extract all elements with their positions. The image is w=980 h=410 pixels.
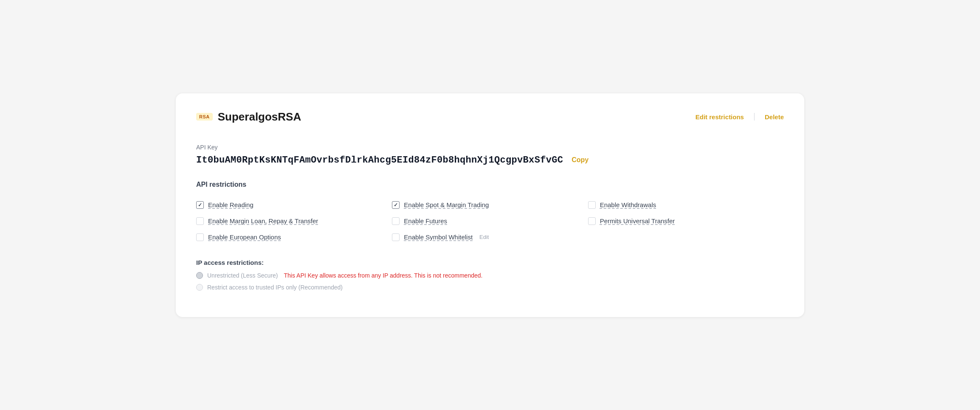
restriction-item-enable-margin-loan: Enable Margin Loan, Repay & Transfer	[196, 213, 392, 229]
checkbox-enable-reading[interactable]	[196, 201, 204, 209]
label-unrestricted: Unrestricted (Less Secure)	[207, 272, 278, 279]
checkbox-enable-symbol-whitelist[interactable]	[392, 233, 400, 241]
copy-button[interactable]: Copy	[572, 156, 589, 164]
api-key-card: RSA SuperalgosRSA Edit restrictions Dele…	[176, 93, 804, 317]
delete-link[interactable]: Delete	[765, 113, 784, 121]
ip-option-unrestricted: Unrestricted (Less Secure) This API Key …	[196, 272, 784, 279]
api-restrictions-title: API restrictions	[196, 181, 784, 188]
label-enable-reading: Enable Reading	[208, 201, 253, 208]
ip-warning-text: This API Key allows access from any IP a…	[284, 272, 483, 279]
checkbox-enable-withdrawals[interactable]	[588, 201, 596, 209]
radio-trusted[interactable]	[196, 284, 203, 291]
label-enable-withdrawals: Enable Withdrawals	[600, 201, 656, 208]
api-key-row: It0buAM0RptKsKNTqFAmOvrbsfDlrkAhcg5EId84…	[196, 155, 784, 166]
checkbox-permits-universal-transfer[interactable]	[588, 217, 596, 225]
restriction-item-permits-universal-transfer: Permits Universal Transfer	[588, 213, 784, 229]
api-key-label: API Key	[196, 144, 784, 151]
header-actions: Edit restrictions Delete	[696, 113, 784, 121]
header-left: RSA SuperalgosRSA	[196, 110, 301, 124]
checkbox-enable-futures[interactable]	[392, 217, 400, 225]
api-restrictions-grid: Enable Reading Enable Spot & Margin Trad…	[196, 197, 784, 245]
checkbox-enable-spot-margin[interactable]	[392, 201, 400, 209]
restriction-item-empty	[588, 229, 784, 245]
restriction-item-enable-futures: Enable Futures	[392, 213, 588, 229]
checkbox-enable-margin-loan[interactable]	[196, 217, 204, 225]
label-enable-spot-margin: Enable Spot & Margin Trading	[404, 201, 489, 208]
label-enable-futures: Enable Futures	[404, 217, 447, 225]
restriction-item-enable-withdrawals: Enable Withdrawals	[588, 197, 784, 213]
edit-restrictions-link[interactable]: Edit restrictions	[696, 113, 744, 121]
checkbox-enable-european-options[interactable]	[196, 233, 204, 241]
label-enable-european-options: Enable European Options	[208, 233, 281, 241]
api-key-value: It0buAM0RptKsKNTqFAmOvrbsfDlrkAhcg5EId84…	[196, 155, 563, 166]
label-trusted: Restrict access to trusted IPs only (Rec…	[207, 284, 343, 291]
restriction-item-enable-reading: Enable Reading	[196, 197, 392, 213]
radio-unrestricted[interactable]	[196, 272, 203, 279]
label-enable-margin-loan: Enable Margin Loan, Repay & Transfer	[208, 217, 318, 225]
vertical-divider	[754, 113, 755, 121]
restriction-item-enable-symbol-whitelist: Enable Symbol Whitelist Edit	[392, 229, 588, 245]
label-permits-universal-transfer: Permits Universal Transfer	[600, 217, 675, 225]
restriction-item-enable-european-options: Enable European Options	[196, 229, 392, 245]
account-name: SuperalgosRSA	[218, 110, 301, 124]
label-enable-symbol-whitelist: Enable Symbol Whitelist	[404, 233, 473, 241]
edit-symbol-whitelist-link[interactable]: Edit	[479, 234, 489, 240]
ip-restrictions-title: IP access restrictions:	[196, 259, 784, 266]
restriction-item-enable-spot-margin: Enable Spot & Margin Trading	[392, 197, 588, 213]
rsa-badge: RSA	[196, 113, 213, 121]
card-header: RSA SuperalgosRSA Edit restrictions Dele…	[196, 110, 784, 124]
ip-option-trusted: Restrict access to trusted IPs only (Rec…	[196, 284, 784, 291]
